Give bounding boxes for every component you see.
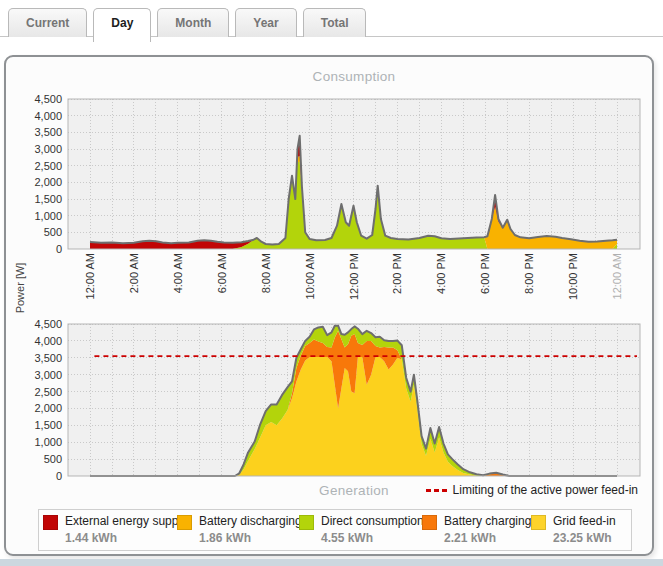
y-tick-label: 3,000 (34, 143, 62, 155)
y-tick-label: 2,500 (34, 386, 62, 398)
energy-dashboard: { "tabs": [ {"label": "Current", "active… (0, 0, 663, 566)
generation-chart[interactable]: 05001,0001,5002,0002,5003,0003,5004,0004… (10, 317, 650, 483)
x-tick-label: 4:00 AM (172, 253, 184, 293)
consumption-chart[interactable]: 05001,0001,5002,0002,5003,0003,5004,0004… (10, 92, 650, 258)
y-axis-title: Power [W] (14, 263, 26, 314)
legend-value: 4.55 kWh (321, 531, 373, 545)
legend-label: External energy supply (65, 514, 187, 528)
y-axis-labels: 05001,0001,5002,0002,5003,0003,5004,0004… (34, 93, 62, 255)
limit-line-label: Limiting of the active power feed-in (453, 483, 638, 497)
x-tick-label: 4:00 PM (435, 253, 447, 294)
x-axis-labels: 12:00 AM2:00 AM4:00 AM6:00 AM8:00 AM10:0… (84, 253, 623, 300)
y-tick-label: 1,500 (34, 419, 62, 431)
y-tick-label: 3,500 (34, 126, 62, 138)
y-tick-label: 500 (44, 453, 62, 465)
battery-discharging-swatch-icon (177, 515, 192, 530)
y-tick-label: 3,500 (34, 352, 62, 364)
x-tick-label: 12:00 AM (611, 253, 623, 299)
y-tick-label: 1,000 (34, 436, 62, 448)
x-tick-label: 2:00 PM (391, 253, 403, 294)
y-tick-label: 4,500 (34, 318, 62, 330)
series-legend: External energy supply 1.44 kWh Battery … (38, 509, 632, 551)
x-tick-label: 12:00 AM (84, 253, 96, 299)
tab-day[interactable]: Day (93, 8, 151, 42)
external-energy-supply-swatch-icon (43, 515, 58, 530)
legend-label: Grid feed-in (553, 514, 616, 528)
x-tick-label: 10:00 AM (304, 253, 316, 299)
x-tick-label: 8:00 PM (523, 253, 535, 294)
y-tick-label: 2,000 (34, 176, 62, 188)
y-tick-label: 4,000 (34, 110, 62, 122)
legend-value: 23.25 kWh (553, 531, 612, 545)
grid-feed-in-swatch-icon (531, 515, 546, 530)
time-axis: 12:00 AM2:00 AM4:00 AM6:00 AM8:00 AM10:0… (10, 250, 650, 316)
tab-year[interactable]: Year (235, 8, 296, 37)
x-tick-label: 2:00 AM (128, 253, 140, 293)
legend-label: Battery discharging (199, 514, 302, 528)
tab-month[interactable]: Month (157, 8, 229, 37)
y-tick-label: 1,500 (34, 193, 62, 205)
direct-consumption-swatch-icon (299, 515, 314, 530)
x-tick-label: 8:00 AM (260, 253, 272, 293)
legend-value: 1.86 kWh (199, 531, 251, 545)
limit-dash-icon (426, 489, 447, 492)
x-tick-label: 6:00 AM (216, 253, 228, 293)
battery-charging-swatch-icon (422, 515, 437, 530)
y-tick-label: 4,000 (34, 335, 62, 347)
chart-panel: Consumption 05001,0001,5002,0002,5003,00… (4, 55, 654, 556)
legend-value: 2.21 kWh (444, 531, 496, 545)
consumption-title: Consumption (68, 69, 640, 84)
y-tick-label: 2,500 (34, 160, 62, 172)
y-tick-label: 4,500 (34, 93, 62, 105)
page-bottom-strip (0, 559, 663, 566)
x-tick-label: 10:00 PM (567, 253, 579, 300)
y-tick-label: 3,000 (34, 369, 62, 381)
y-tick-label: 2,000 (34, 402, 62, 414)
view-tabs: Current Day Month Year Total (8, 8, 366, 42)
legend-label: Direct consumption (321, 514, 424, 528)
limit-line-legend: Limiting of the active power feed-in (426, 483, 638, 497)
y-tick-label: 1,000 (34, 210, 62, 222)
x-tick-label: 6:00 PM (479, 253, 491, 294)
y-axis-labels: 05001,0001,5002,0002,5003,0003,5004,0004… (34, 318, 62, 482)
legend-label: Battery charging (444, 514, 531, 528)
legend-value: 1.44 kWh (65, 531, 117, 545)
tab-total[interactable]: Total (303, 8, 367, 37)
y-tick-label: 0 (56, 470, 62, 482)
x-tick-label: 12:00 PM (348, 253, 360, 300)
tab-current[interactable]: Current (8, 8, 87, 37)
y-tick-label: 500 (44, 226, 62, 238)
